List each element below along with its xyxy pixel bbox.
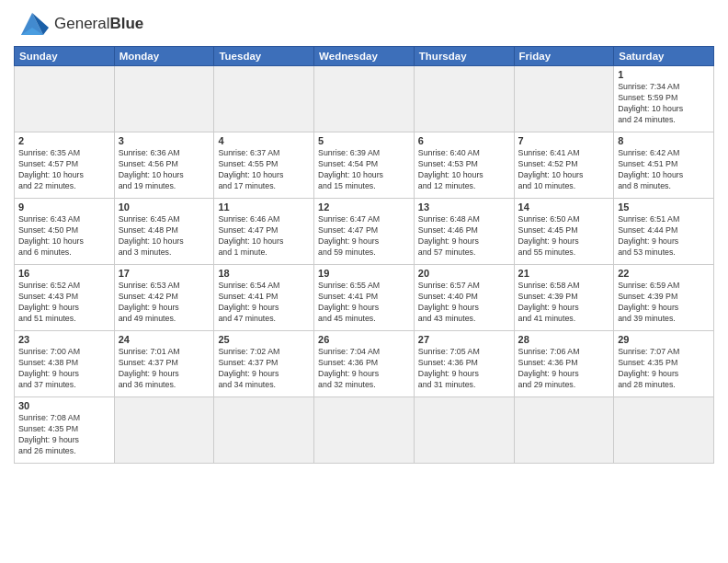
day-info: Sunrise: 6:54 AM Sunset: 4:41 PM Dayligh… xyxy=(218,281,310,325)
day-header-wednesday: Wednesday xyxy=(314,47,415,66)
day-info: Sunrise: 7:02 AM Sunset: 4:37 PM Dayligh… xyxy=(218,347,310,391)
calendar-cell xyxy=(414,397,514,464)
day-number: 11 xyxy=(218,201,310,213)
calendar-cell: 4Sunrise: 6:37 AM Sunset: 4:55 PM Daylig… xyxy=(214,132,314,199)
day-info: Sunrise: 6:40 AM Sunset: 4:53 PM Dayligh… xyxy=(418,148,510,192)
day-header-thursday: Thursday xyxy=(414,47,514,66)
header: GeneralBlue xyxy=(14,9,714,39)
day-info: Sunrise: 7:34 AM Sunset: 5:59 PM Dayligh… xyxy=(618,82,710,126)
calendar-cell: 7Sunrise: 6:41 AM Sunset: 4:52 PM Daylig… xyxy=(514,132,614,199)
day-header-saturday: Saturday xyxy=(614,47,714,66)
calendar-cell: 29Sunrise: 7:07 AM Sunset: 4:35 PM Dayli… xyxy=(614,331,714,397)
calendar-week-3: 16Sunrise: 6:52 AM Sunset: 4:43 PM Dayli… xyxy=(15,265,714,331)
calendar-cell: 23Sunrise: 7:00 AM Sunset: 4:38 PM Dayli… xyxy=(15,331,115,397)
day-header-tuesday: Tuesday xyxy=(214,47,314,66)
day-number: 22 xyxy=(618,268,710,279)
calendar-cell: 27Sunrise: 7:05 AM Sunset: 4:36 PM Dayli… xyxy=(414,331,514,397)
day-number: 25 xyxy=(218,334,310,345)
calendar-cell: 20Sunrise: 6:57 AM Sunset: 4:40 PM Dayli… xyxy=(414,265,514,331)
day-number: 19 xyxy=(318,268,410,279)
day-number: 13 xyxy=(418,201,510,213)
day-info: Sunrise: 6:57 AM Sunset: 4:40 PM Dayligh… xyxy=(418,281,510,325)
logo-text: GeneralBlue xyxy=(54,15,143,33)
day-info: Sunrise: 6:45 AM Sunset: 4:48 PM Dayligh… xyxy=(119,214,210,259)
day-info: Sunrise: 6:59 AM Sunset: 4:39 PM Dayligh… xyxy=(618,281,710,325)
day-header-monday: Monday xyxy=(114,47,214,66)
day-number: 9 xyxy=(18,201,110,213)
calendar-cell: 26Sunrise: 7:04 AM Sunset: 4:36 PM Dayli… xyxy=(314,331,415,397)
day-number: 17 xyxy=(119,268,210,279)
calendar-cell: 28Sunrise: 7:06 AM Sunset: 4:36 PM Dayli… xyxy=(514,331,614,397)
day-info: Sunrise: 6:52 AM Sunset: 4:43 PM Dayligh… xyxy=(18,281,110,325)
logo: GeneralBlue xyxy=(14,9,143,39)
day-info: Sunrise: 7:05 AM Sunset: 4:36 PM Dayligh… xyxy=(418,347,510,391)
calendar-cell: 13Sunrise: 6:48 AM Sunset: 4:46 PM Dayli… xyxy=(414,199,514,265)
calendar-cell: 19Sunrise: 6:55 AM Sunset: 4:41 PM Dayli… xyxy=(314,265,415,331)
calendar-cell: 24Sunrise: 7:01 AM Sunset: 4:37 PM Dayli… xyxy=(114,331,214,397)
day-info: Sunrise: 7:04 AM Sunset: 4:36 PM Dayligh… xyxy=(318,347,410,391)
calendar-cell: 15Sunrise: 6:51 AM Sunset: 4:44 PM Dayli… xyxy=(614,199,714,265)
day-info: Sunrise: 6:58 AM Sunset: 4:39 PM Dayligh… xyxy=(518,281,610,325)
day-number: 16 xyxy=(18,268,110,279)
day-number: 1 xyxy=(618,69,710,80)
calendar-cell: 2Sunrise: 6:35 AM Sunset: 4:57 PM Daylig… xyxy=(15,132,115,199)
day-number: 6 xyxy=(418,135,510,146)
calendar-cell: 30Sunrise: 7:08 AM Sunset: 4:35 PM Dayli… xyxy=(15,397,115,464)
day-number: 23 xyxy=(18,334,110,345)
calendar-cell: 21Sunrise: 6:58 AM Sunset: 4:39 PM Dayli… xyxy=(514,265,614,331)
day-info: Sunrise: 6:47 AM Sunset: 4:47 PM Dayligh… xyxy=(318,214,410,259)
calendar-cell: 18Sunrise: 6:54 AM Sunset: 4:41 PM Dayli… xyxy=(214,265,314,331)
day-info: Sunrise: 7:01 AM Sunset: 4:37 PM Dayligh… xyxy=(119,347,210,391)
calendar-body: 1Sunrise: 7:34 AM Sunset: 5:59 PM Daylig… xyxy=(15,66,714,464)
day-number: 7 xyxy=(518,135,610,146)
day-info: Sunrise: 7:00 AM Sunset: 4:38 PM Dayligh… xyxy=(18,347,110,391)
day-header-sunday: Sunday xyxy=(15,47,115,66)
day-header-friday: Friday xyxy=(514,47,614,66)
day-number: 5 xyxy=(318,135,410,146)
calendar-table: SundayMondayTuesdayWednesdayThursdayFrid… xyxy=(14,46,714,464)
calendar-cell: 6Sunrise: 6:40 AM Sunset: 4:53 PM Daylig… xyxy=(414,132,514,199)
calendar-cell xyxy=(614,397,714,464)
day-info: Sunrise: 6:43 AM Sunset: 4:50 PM Dayligh… xyxy=(18,214,110,259)
day-number: 24 xyxy=(119,334,210,345)
day-number: 15 xyxy=(618,201,710,213)
calendar-cell: 11Sunrise: 6:46 AM Sunset: 4:47 PM Dayli… xyxy=(214,199,314,265)
day-number: 21 xyxy=(518,268,610,279)
day-number: 29 xyxy=(618,334,710,345)
calendar-cell: 5Sunrise: 6:39 AM Sunset: 4:54 PM Daylig… xyxy=(314,132,415,199)
calendar-week-0: 1Sunrise: 7:34 AM Sunset: 5:59 PM Daylig… xyxy=(15,66,714,132)
calendar-cell xyxy=(314,66,415,132)
calendar-cell xyxy=(214,397,314,464)
calendar-header: SundayMondayTuesdayWednesdayThursdayFrid… xyxy=(15,47,714,66)
day-number: 3 xyxy=(119,135,210,146)
day-number: 20 xyxy=(418,268,510,279)
day-info: Sunrise: 6:35 AM Sunset: 4:57 PM Dayligh… xyxy=(18,148,110,192)
logo-icon xyxy=(14,9,51,39)
calendar-cell xyxy=(514,397,614,464)
day-info: Sunrise: 6:37 AM Sunset: 4:55 PM Dayligh… xyxy=(218,148,310,192)
day-number: 26 xyxy=(318,334,410,345)
day-info: Sunrise: 6:41 AM Sunset: 4:52 PM Dayligh… xyxy=(518,148,610,192)
calendar-week-1: 2Sunrise: 6:35 AM Sunset: 4:57 PM Daylig… xyxy=(15,132,714,199)
day-number: 2 xyxy=(18,135,110,146)
day-info: Sunrise: 6:42 AM Sunset: 4:51 PM Dayligh… xyxy=(618,148,710,192)
day-number: 8 xyxy=(618,135,710,146)
day-number: 27 xyxy=(418,334,510,345)
day-info: Sunrise: 6:46 AM Sunset: 4:47 PM Dayligh… xyxy=(218,214,310,259)
calendar-week-2: 9Sunrise: 6:43 AM Sunset: 4:50 PM Daylig… xyxy=(15,199,714,265)
day-number: 18 xyxy=(218,268,310,279)
days-of-week-row: SundayMondayTuesdayWednesdayThursdayFrid… xyxy=(15,47,714,66)
calendar-week-4: 23Sunrise: 7:00 AM Sunset: 4:38 PM Dayli… xyxy=(15,331,714,397)
calendar-cell: 17Sunrise: 6:53 AM Sunset: 4:42 PM Dayli… xyxy=(114,265,214,331)
day-info: Sunrise: 6:55 AM Sunset: 4:41 PM Dayligh… xyxy=(318,281,410,325)
day-number: 30 xyxy=(18,400,110,411)
day-info: Sunrise: 7:08 AM Sunset: 4:35 PM Dayligh… xyxy=(18,413,110,457)
day-number: 14 xyxy=(518,201,610,213)
day-number: 28 xyxy=(518,334,610,345)
day-number: 10 xyxy=(119,201,210,213)
calendar-cell: 14Sunrise: 6:50 AM Sunset: 4:45 PM Dayli… xyxy=(514,199,614,265)
calendar-cell xyxy=(214,66,314,132)
day-info: Sunrise: 6:51 AM Sunset: 4:44 PM Dayligh… xyxy=(618,214,710,259)
calendar-cell xyxy=(514,66,614,132)
calendar-cell: 9Sunrise: 6:43 AM Sunset: 4:50 PM Daylig… xyxy=(15,199,115,265)
